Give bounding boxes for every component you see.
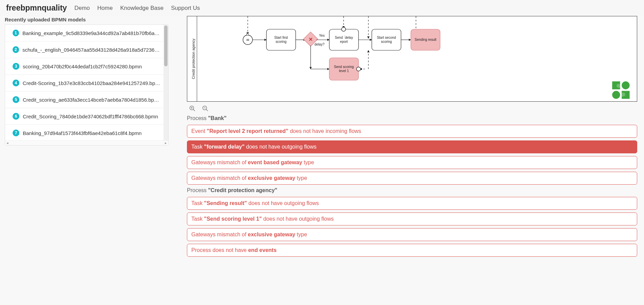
issue-post: type bbox=[295, 175, 307, 181]
issue-bold: end events bbox=[248, 247, 277, 253]
model-row[interactable]: 6Credit_Scoring_7840de1bde374062bdf1fff4… bbox=[5, 108, 168, 125]
svg-point-18 bbox=[342, 27, 346, 31]
zoom-controls bbox=[189, 105, 635, 112]
issue-post: does not have outgoing flows bbox=[262, 216, 334, 222]
svg-text:✕: ✕ bbox=[309, 36, 313, 42]
nav-demo[interactable]: Demo bbox=[74, 5, 90, 12]
process-title-bank: Process "Bank" bbox=[187, 115, 637, 121]
model-filename: scoring_20b470b2f0c44dedaf1cb2f7c5924280… bbox=[23, 64, 142, 69]
issue-bold: "forward delay" bbox=[204, 144, 244, 150]
scrollbar[interactable] bbox=[163, 25, 168, 140]
issue-post: does not have outgoing flows bbox=[245, 144, 317, 150]
issue-item[interactable]: Task "Sending result" does not have outg… bbox=[187, 197, 637, 210]
model-list-wrap: 1Banking_example_9c5d8339e9a344cd92a7ab4… bbox=[5, 24, 169, 146]
issue-pre: Gateways mismatch of bbox=[191, 175, 248, 181]
svg-text:Sending result: Sending result bbox=[415, 38, 436, 41]
model-row[interactable]: 3scoring_20b470b2f0c44dedaf1cb2f7c592428… bbox=[5, 58, 168, 75]
model-filename: Credit_Scoring_7840de1bde374062bdf1fff47… bbox=[23, 114, 158, 119]
issue-item[interactable]: Gateways mismatch of exclusive gateway t… bbox=[187, 228, 637, 241]
issue-pre: Task bbox=[191, 144, 204, 150]
model-list[interactable]: 1Banking_example_9c5d8339e9a344cd92a7ab4… bbox=[5, 25, 168, 140]
model-filename: Banking_example_9c5d8339e9a344cd92a7ab48… bbox=[22, 30, 161, 36]
model-index-badge: 3 bbox=[13, 63, 19, 70]
svg-line-34 bbox=[206, 109, 208, 111]
model-row[interactable]: 2schufa_-_english_0946457aa55d43128d426a… bbox=[5, 41, 168, 58]
brand-logo-icon bbox=[611, 81, 630, 100]
lane-label: Credit protection agency bbox=[191, 38, 195, 79]
issue-bold: "Sending result" bbox=[204, 200, 247, 206]
model-filename: schufa_-_english_0946457aa55d43128d426a9… bbox=[22, 47, 161, 53]
scroll-right-icon[interactable]: ▸ bbox=[165, 141, 167, 146]
nav-support[interactable]: Support Us bbox=[171, 5, 200, 12]
model-row[interactable]: 7Banking_97d94af1573f443fbf6ae42eba61c8f… bbox=[5, 125, 168, 140]
left-panel: Recently uploaded BPMN models 1Banking_e… bbox=[0, 16, 173, 259]
gate-delay: delay? bbox=[314, 43, 325, 46]
issue-item[interactable]: Gateways mismatch of exclusive gateway t… bbox=[187, 172, 637, 185]
svg-text:✉: ✉ bbox=[246, 38, 249, 42]
model-index-badge: 6 bbox=[13, 113, 19, 120]
issue-bold: "Send scoring level 1" bbox=[204, 216, 262, 222]
issue-post: type bbox=[295, 232, 307, 237]
proc-pre: Process bbox=[187, 115, 208, 121]
model-filename: Banking_97d94af1573f443fbf6ae42eba61c8f4… bbox=[23, 130, 141, 136]
topbar: freebpmnquality Demo Home Knowledge Base… bbox=[0, 0, 644, 16]
process-title-agency: Process "Credit protection agency" bbox=[187, 187, 637, 193]
issue-item[interactable]: Event "Report level 2 report returned" d… bbox=[187, 125, 637, 138]
model-row[interactable]: 5Credit_scoring_ae633fa3ecc14bceb7aeb6a7… bbox=[5, 91, 168, 108]
scroll-left-icon[interactable]: ◂ bbox=[6, 141, 8, 146]
proc-bold: "Bank" bbox=[208, 115, 226, 121]
model-row[interactable]: 1Banking_example_9c5d8339e9a344cd92a7ab4… bbox=[5, 25, 168, 41]
proc-pre: Process bbox=[187, 187, 208, 193]
issue-item[interactable]: Gateways mismatch of event based gateway… bbox=[187, 156, 637, 169]
issue-pre: Task bbox=[191, 200, 204, 206]
issue-post: type bbox=[302, 159, 314, 165]
svg-line-30 bbox=[193, 109, 195, 111]
svg-marker-9 bbox=[246, 33, 249, 35]
issue-item[interactable]: Task "Send scoring level 1" does not hav… bbox=[187, 213, 637, 225]
model-index-badge: 5 bbox=[13, 96, 19, 103]
scrollbar-thumb[interactable] bbox=[164, 26, 168, 66]
issue-post: does not have outgoing flows bbox=[247, 200, 319, 206]
issue-pre: Gateways mismatch of bbox=[191, 159, 248, 165]
svg-point-37 bbox=[622, 81, 629, 89]
issue-pre: Task bbox=[191, 216, 204, 222]
bpmn-diagram: ✉ Start firstscoring ✕ Yes delay? Send ´ bbox=[197, 16, 637, 101]
model-filename: Credit_scoring_ae633fa3ecc14bceb7aeb6a78… bbox=[23, 97, 161, 103]
issue-pre: Process does not have bbox=[191, 247, 248, 253]
nav-kb[interactable]: Knowledge Base bbox=[120, 5, 164, 12]
issue-bold: "Report level 2 report returned" bbox=[207, 128, 288, 134]
model-index-badge: 4 bbox=[13, 80, 19, 86]
model-index-badge: 1 bbox=[13, 30, 19, 36]
svg-point-27 bbox=[356, 67, 361, 71]
gate-yes: Yes bbox=[319, 34, 325, 37]
model-index-badge: 7 bbox=[13, 130, 19, 136]
left-header: Recently uploaded BPMN models bbox=[5, 17, 169, 22]
model-index-badge: 2 bbox=[13, 46, 19, 53]
issue-post: does not have incoming flows bbox=[288, 128, 361, 134]
issue-item[interactable]: Process does not have end events bbox=[187, 244, 637, 257]
issue-bold: exclusive gateway bbox=[248, 175, 295, 181]
brand: freebpmnquality bbox=[6, 3, 67, 13]
issue-bold: event based gateway bbox=[248, 159, 302, 165]
list-footer: ◂ ▸ bbox=[5, 140, 168, 146]
issue-pre: Gateways mismatch of bbox=[191, 232, 248, 237]
task-start-first: Start firstscoring bbox=[274, 36, 288, 44]
zoom-in-icon[interactable] bbox=[189, 105, 196, 112]
issue-item[interactable]: Task "forward delay" does not have outgo… bbox=[187, 140, 637, 153]
right-panel: Credit protection agency ✉ bbox=[173, 16, 644, 259]
issue-pre: Event bbox=[191, 128, 207, 134]
nav-home[interactable]: Home bbox=[97, 5, 112, 12]
model-filename: Credit-Scoring_1b37e3c83ccb4102baa284e94… bbox=[23, 80, 161, 86]
zoom-out-icon[interactable] bbox=[202, 105, 209, 112]
proc-bold: "Credit protection agency" bbox=[208, 187, 277, 193]
bpmn-canvas[interactable]: Credit protection agency ✉ bbox=[187, 16, 637, 102]
model-row[interactable]: 4Credit-Scoring_1b37e3c83ccb4102baa284e9… bbox=[5, 75, 168, 91]
issue-bold: exclusive gateway bbox=[248, 232, 295, 237]
svg-point-38 bbox=[612, 91, 620, 99]
